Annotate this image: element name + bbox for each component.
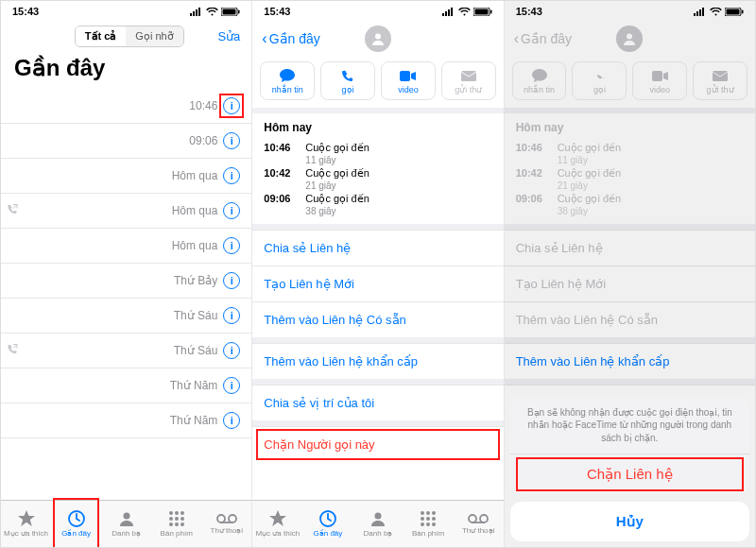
tab-contacts[interactable]: Danh bạ — [352, 501, 403, 547]
svg-rect-50 — [726, 9, 739, 14]
action-message[interactable]: nhắn tin — [260, 61, 315, 100]
sheet-block-button[interactable]: Chặn Liên hệ — [510, 454, 749, 494]
wifi-icon — [710, 8, 722, 16]
info-icon[interactable]: i — [223, 167, 240, 184]
tab-keypad[interactable]: Bàn phím — [404, 501, 454, 547]
back-chevron-icon[interactable]: ‹ — [262, 30, 266, 47]
svg-point-41 — [432, 522, 436, 526]
call-desc: Cuộc gọi đến — [558, 142, 744, 154]
svg-point-35 — [432, 511, 436, 515]
link-add-existing[interactable]: Thêm vào Liên hệ Có sẵn — [252, 301, 503, 337]
highlight-box — [219, 94, 244, 118]
tab-label: Mục ưa thích — [4, 529, 48, 538]
svg-point-12 — [169, 517, 173, 521]
call-time: 10:42 — [516, 167, 552, 180]
tab-label: Gần đây — [314, 529, 343, 538]
link-share-location[interactable]: Chia sẻ vị trí của tôi — [252, 385, 503, 420]
outgoing-icon — [7, 344, 18, 358]
info-icon[interactable]: i — [223, 272, 240, 289]
video-icon — [652, 68, 668, 83]
svg-point-52 — [627, 34, 632, 40]
seg-all[interactable]: Tất cả — [76, 26, 127, 46]
edit-button[interactable]: Sửa — [217, 29, 240, 43]
tab-voicemail[interactable]: Thư thoại — [454, 501, 504, 547]
recents-row[interactable]: Hôm quai — [1, 229, 251, 264]
recents-row[interactable]: Thứ Sáui — [1, 334, 251, 368]
status-time: 15:43 — [264, 6, 290, 17]
call-duration: 38 giây — [516, 206, 744, 216]
action-label: nhắn tin — [272, 85, 303, 94]
link-share-contact: Chia sẻ Liên hệ — [505, 230, 755, 265]
tab-contacts[interactable]: Danh bạ — [101, 501, 151, 547]
action-label: gọi — [593, 85, 606, 94]
recents-row[interactable]: 10:46i — [1, 89, 251, 124]
recents-row[interactable]: Thứ Bảyi — [1, 264, 251, 299]
svg-point-16 — [175, 522, 179, 526]
tab-recents[interactable]: Gần đây — [302, 501, 352, 547]
link-new-contact[interactable]: Tạo Liên hệ Mới — [252, 265, 503, 301]
svg-rect-22 — [445, 11, 447, 16]
call-time: 09:06 — [264, 193, 300, 205]
info-icon[interactable]: i — [223, 412, 240, 429]
svg-point-40 — [426, 522, 430, 526]
row-time: Thứ Năm — [170, 379, 218, 392]
row-time: Thứ Năm — [170, 414, 218, 427]
row-time: Thứ Sáu — [174, 344, 218, 357]
info-icon[interactable]: i — [223, 237, 240, 254]
info-icon[interactable]: i — [223, 202, 240, 219]
info-icon[interactable]: i — [223, 342, 240, 359]
highlight-box — [256, 429, 499, 460]
message-icon — [532, 68, 547, 83]
recents-row[interactable]: Thứ Nămi — [1, 368, 251, 403]
keypad-icon — [420, 510, 437, 527]
call-log-row: 10:46Cuộc gọi đến — [516, 140, 744, 156]
tab-favorites[interactable]: Mục ưa thích — [252, 501, 302, 547]
action-call: gọi — [572, 61, 627, 100]
recents-list[interactable]: 10:46i09:06iHôm quaiHôm quaiHôm quaiThứ … — [1, 89, 251, 500]
back-button[interactable]: Gần đây — [269, 31, 320, 46]
segmented-control[interactable]: Tất cả Gọi nhỡ — [75, 26, 184, 47]
svg-rect-45 — [694, 13, 696, 16]
link-emergency[interactable]: Thêm vào Liên hệ khẩn cấp — [252, 343, 503, 379]
recents-row[interactable]: Thứ Sáui — [1, 299, 251, 334]
call-duration: 21 giây — [264, 180, 491, 191]
tab-favorites[interactable]: Mục ưa thích — [1, 501, 51, 547]
action-video[interactable]: video — [381, 61, 436, 100]
sheet-cancel-button[interactable]: Hủy — [510, 502, 749, 541]
action-call[interactable]: gọi — [320, 61, 375, 100]
person-icon — [369, 510, 387, 527]
info-icon[interactable]: i — [223, 97, 240, 114]
action-mail: gửi thư — [441, 61, 496, 100]
info-icon[interactable]: i — [223, 377, 240, 394]
wifi-icon — [206, 8, 218, 16]
call-log-row: 09:06Cuộc gọi đến — [516, 191, 744, 207]
recents-row[interactable]: 09:06i — [1, 124, 251, 159]
row-time: Hôm qua — [172, 169, 218, 182]
action-label: video — [649, 85, 670, 94]
link-block-caller[interactable]: Chặn Người gọi này — [252, 426, 503, 462]
seg-missed[interactable]: Gọi nhỡ — [126, 26, 182, 46]
info-icon[interactable]: i — [223, 307, 240, 324]
svg-rect-24 — [451, 8, 453, 16]
tab-recents[interactable]: Gần đây — [51, 501, 101, 547]
svg-rect-51 — [742, 9, 744, 13]
page-title: Gần đây — [1, 53, 251, 89]
person-icon — [622, 31, 637, 46]
tab-keypad[interactable]: Bàn phím — [151, 501, 201, 547]
pane-contact-detail: 15:43 ‹ Gần đây nhắn tin gọi — [252, 1, 504, 547]
call-log-row: 10:42Cuộc gọi đến — [264, 165, 491, 181]
link-share-contact[interactable]: Chia sẻ Liên hệ — [252, 230, 503, 265]
recents-row[interactable]: Hôm quai — [1, 194, 251, 229]
row-time: Thứ Bảy — [174, 274, 217, 287]
info-icon[interactable]: i — [223, 132, 240, 149]
tab-voicemail[interactable]: Thư thoại — [201, 501, 251, 547]
action-label: video — [398, 85, 419, 94]
outgoing-icon — [7, 204, 18, 218]
recents-row[interactable]: Hôm quai — [1, 159, 251, 194]
call-duration: 38 giây — [264, 206, 491, 216]
recents-row[interactable]: Thứ Nămi — [1, 403, 251, 438]
person-icon — [118, 510, 135, 527]
svg-rect-5 — [223, 9, 236, 14]
voicemail-icon — [216, 513, 237, 524]
highlight-box — [53, 498, 99, 547]
